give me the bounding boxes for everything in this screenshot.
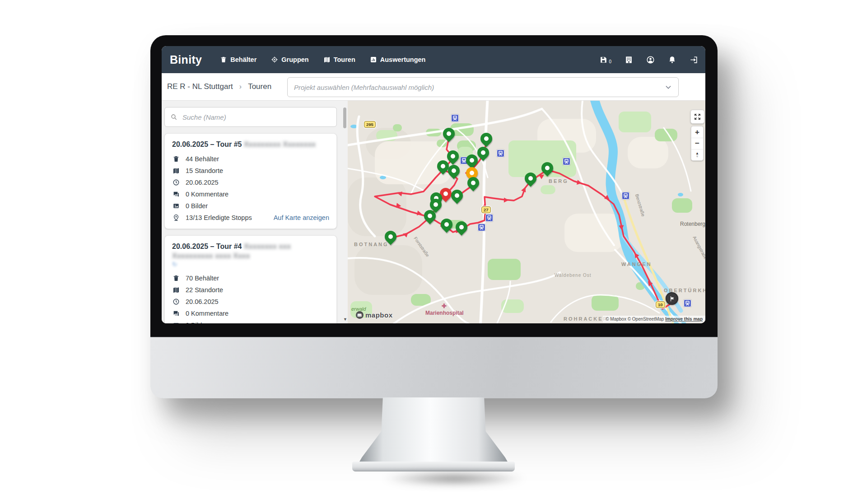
- bell-button[interactable]: [668, 56, 676, 64]
- building-icon: [625, 56, 633, 64]
- tour-title-redacted-icon: ↻: [172, 261, 177, 268]
- tour-card-title: 20.06.2025 – Tour #4 Xxxxxxxx xxx Xxxxxx…: [172, 242, 329, 261]
- breadcrumb-current: Touren: [248, 82, 271, 91]
- clock-icon: [172, 298, 180, 305]
- chart-icon: [370, 56, 377, 63]
- tour-stat-text: 15 Standorte: [186, 167, 223, 174]
- tour-stat-row: 44 Behälter: [172, 153, 329, 164]
- mapbox-logo[interactable]: m mapbox: [356, 311, 393, 319]
- map-label: BOTNANG: [354, 242, 389, 247]
- pin-icon: [172, 214, 180, 221]
- nav-item-auswertungen[interactable]: Auswertungen: [370, 56, 426, 63]
- sidebar-scrollbar-thumb[interactable]: [343, 107, 346, 128]
- map-icon: [323, 56, 331, 63]
- tour-title-redacted: Xxxxxxxxx Xxxxxxxx: [244, 140, 316, 148]
- nav-item-touren[interactable]: Touren: [323, 56, 355, 63]
- chevron-down-icon: [665, 84, 672, 91]
- transit-station-icon: [684, 299, 691, 307]
- search-input[interactable]: [182, 113, 331, 121]
- map-label: ROHRACKER: [564, 316, 608, 322]
- map-icon: [172, 167, 180, 174]
- nav-item-label: Auswertungen: [380, 56, 426, 63]
- tour-stat-text: 20.06.2025: [186, 298, 219, 305]
- comments-icon: [172, 310, 180, 317]
- monitor-shadow: [367, 470, 565, 490]
- tour-stat-row: 15 Standorte: [172, 165, 329, 176]
- groups-target-icon: [271, 56, 278, 63]
- map-label: Rotenberg: [680, 221, 705, 227]
- map-icon: [172, 167, 180, 174]
- tour-stat-row: 13/13 Erledigte StoppsAuf Karte anzeigen: [172, 212, 329, 223]
- map-label: Waldebene Ost: [555, 273, 592, 278]
- breadcrumb-separator: ›: [239, 83, 242, 91]
- zoom-in-button[interactable]: +: [691, 126, 703, 138]
- trash-icon: [172, 275, 180, 282]
- show-on-map-link[interactable]: Auf Karte anzeigen: [274, 214, 329, 221]
- transit-station-icon: [485, 214, 493, 222]
- map-fullscreen-button[interactable]: [690, 110, 704, 124]
- tour-sidebar: 20.06.2025 – Tour #5 Xxxxxxxxx Xxxxxxxx4…: [162, 101, 348, 323]
- bell-icon: [668, 56, 676, 64]
- nav-items: BehälterGruppenTourenAuswertungen: [220, 56, 599, 63]
- tour-stat-row: 0 Bilder: [172, 200, 329, 211]
- tour-stat-row: 0 Bilder: [172, 319, 329, 323]
- transit-station-icon: [563, 158, 570, 165]
- map-flag-marker[interactable]: [666, 292, 678, 305]
- comments-icon: [172, 191, 180, 198]
- tour-stat-text: 0 Kommentare: [186, 310, 228, 317]
- transit-station-icon: [622, 192, 629, 200]
- tour-card[interactable]: 20.06.2025 – Tour #4 Xxxxxxxx xxx Xxxxxx…: [164, 235, 337, 323]
- tour-stats: 44 Behälter15 Standorte20.06.20250 Komme…: [172, 153, 329, 223]
- user-button[interactable]: [646, 56, 655, 64]
- transit-station-icon: [451, 114, 459, 122]
- map-attribution: © Mapbox © OpenStreetMap Improve this ma…: [603, 316, 705, 322]
- zoom-out-button[interactable]: −: [691, 138, 703, 149]
- image-icon: [172, 322, 180, 324]
- save-icon: [599, 56, 608, 64]
- map[interactable]: 2952710BERGBOTNANGWANGENOBERTÜRKHEIMROHR…: [348, 101, 705, 323]
- image-icon: [172, 202, 180, 210]
- improve-map-link[interactable]: Improve this map: [665, 317, 703, 322]
- sidebar-scroll-down-icon[interactable]: ▼: [343, 317, 347, 322]
- hospital-icon: ✚: [442, 303, 447, 309]
- nav-item-gruppen[interactable]: Gruppen: [271, 56, 308, 63]
- tour-stat-row: 20.06.2025: [172, 296, 329, 307]
- building-button[interactable]: [625, 56, 633, 64]
- tour-stat-text: 20.06.2025: [186, 179, 219, 186]
- logout-button[interactable]: [690, 56, 698, 64]
- comments-icon: [172, 310, 180, 317]
- breadcrumb-root[interactable]: RE R - NL Stuttgart: [167, 82, 233, 91]
- project-select-dropdown[interactable]: Projekt auswählen (Mehrfachauswahl mögli…: [287, 77, 679, 97]
- breadcrumb-bar: RE R - NL Stuttgart › Touren Projekt aus…: [162, 73, 705, 101]
- nav-item-behälter[interactable]: Behälter: [220, 56, 256, 63]
- tour-card[interactable]: 20.06.2025 – Tour #5 Xxxxxxxxx Xxxxxxxx4…: [164, 133, 337, 229]
- tour-stat-text: 0 Bilder: [186, 322, 208, 324]
- tour-stat-row: 70 Behälter: [172, 272, 329, 284]
- road-shield: 27: [481, 206, 491, 213]
- map-label: Marienhospital: [425, 310, 464, 316]
- content: 20.06.2025 – Tour #5 Xxxxxxxxx Xxxxxxxx4…: [162, 101, 705, 323]
- trash-icon: [220, 56, 227, 63]
- breadcrumb: RE R - NL Stuttgart › Touren: [167, 73, 271, 100]
- tour-stat-row: 22 Standorte: [172, 284, 329, 295]
- save-button[interactable]: 0: [599, 56, 611, 64]
- search-box[interactable]: [164, 107, 337, 127]
- tour-stat-text: 13/13 Erledigte Stopps: [186, 214, 252, 221]
- clock-icon: [172, 298, 180, 305]
- map-canvas: [348, 101, 705, 323]
- tour-stats: 70 Behälter22 Standorte20.06.20250 Komme…: [172, 272, 329, 323]
- tour-stat-text: 70 Behälter: [186, 275, 219, 282]
- map-pitch-toggle[interactable]: ▲▼: [691, 149, 703, 160]
- tour-stat-row: 20.06.2025: [172, 177, 329, 188]
- monitor-chin: [150, 337, 718, 398]
- tour-title-text: 20.06.2025 – Tour #5: [172, 140, 244, 148]
- road-shield: 295: [364, 121, 376, 128]
- transit-station-icon: [478, 224, 485, 231]
- image-icon: [172, 322, 180, 324]
- app-logo[interactable]: Binity: [170, 53, 202, 66]
- map-label: WANGEN: [621, 261, 652, 267]
- map-zoom-controls: + − ▲▼: [691, 126, 704, 161]
- comments-icon: [172, 191, 180, 198]
- pin-icon: [172, 214, 180, 221]
- tour-stat-text: 0 Bilder: [186, 202, 208, 210]
